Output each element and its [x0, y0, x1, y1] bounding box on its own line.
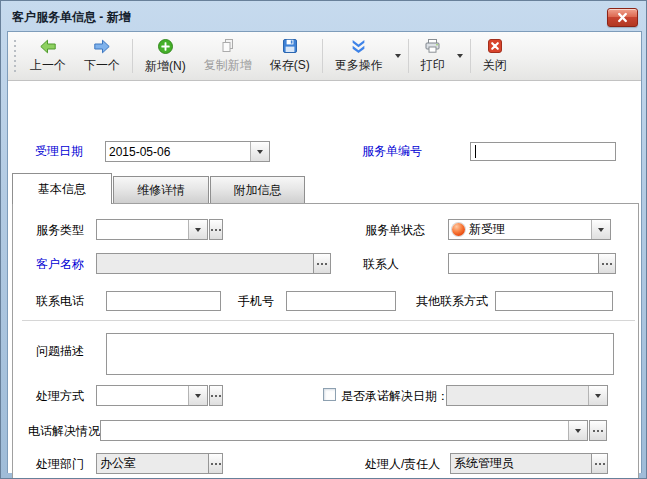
handle-method-dropdown-button[interactable]	[188, 386, 207, 405]
phone-resolution-combobox[interactable]	[100, 420, 588, 441]
floppy-disk-icon	[282, 38, 298, 54]
contact-phone-label: 联系电话	[36, 294, 84, 309]
ellipsis-icon	[599, 463, 601, 465]
arrow-right-icon	[93, 39, 111, 54]
handler-value: 系统管理员	[451, 454, 591, 473]
copy-new-button-label: 复制新增	[204, 57, 252, 74]
customer-name-browse-button[interactable]	[313, 253, 331, 274]
other-contact-input[interactable]	[495, 291, 613, 311]
phone-resolution-label: 电话解决情况	[28, 424, 100, 439]
promise-date-dropdown-button[interactable]	[588, 386, 607, 405]
contact-person-input[interactable]	[449, 254, 598, 273]
chevron-down-icon	[457, 54, 463, 58]
phone-resolution-value	[101, 421, 568, 440]
phone-resolution-dropdown-button[interactable]	[568, 421, 587, 440]
service-type-combobox[interactable]	[96, 219, 208, 240]
order-number-field[interactable]	[470, 142, 616, 161]
handler-browse-button[interactable]	[591, 453, 608, 474]
department-value: 办公室	[97, 454, 208, 473]
status-combobox[interactable]: 新受理	[448, 219, 611, 240]
ellipsis-icon	[606, 263, 608, 265]
chevron-down-icon	[575, 429, 581, 433]
ellipsis-icon	[215, 395, 217, 397]
status-value: 新受理	[469, 221, 505, 238]
dialog-client-area: 上一个 下一个 新增(N) 复制新增	[7, 31, 642, 473]
window-title: 客户服务单信息 - 新增	[12, 9, 131, 26]
chevron-down-icon	[257, 150, 263, 154]
chevron-down-icon	[395, 54, 401, 58]
mobile-input[interactable]	[286, 291, 396, 311]
promise-date-checkbox[interactable]	[323, 388, 336, 401]
handler-label: 处理人/责任人	[365, 457, 440, 472]
orange-ball-icon	[452, 223, 465, 236]
toolbar-separator	[470, 39, 471, 73]
close-icon	[616, 9, 629, 27]
toolbar-separator	[132, 39, 133, 73]
window-close-button[interactable]	[607, 8, 638, 27]
new-button[interactable]: 新增(N)	[136, 34, 195, 78]
more-actions-button-label: 更多操作	[335, 57, 383, 74]
double-chevron-down-icon	[350, 39, 367, 54]
title-bar[interactable]: 客户服务单信息 - 新增	[1, 1, 646, 31]
save-button[interactable]: 保存(S)	[261, 34, 319, 78]
service-type-browse-button[interactable]	[209, 219, 223, 240]
problem-description-textarea[interactable]	[106, 333, 614, 375]
handler-field[interactable]: 系统管理员	[450, 453, 592, 474]
chevron-down-icon	[598, 228, 604, 232]
handle-method-browse-button[interactable]	[209, 385, 223, 406]
close-dialog-button[interactable]: 关闭	[474, 34, 516, 78]
accept-date-dropdown-button[interactable]	[250, 142, 269, 161]
next-button-label: 下一个	[84, 57, 120, 74]
toolbar-separator	[408, 39, 409, 73]
handle-method-label: 处理方式	[36, 389, 84, 404]
text-caret	[475, 145, 476, 158]
status-dropdown-button[interactable]	[591, 220, 610, 239]
chevron-down-icon	[195, 394, 201, 398]
more-actions-button[interactable]: 更多操作	[326, 34, 392, 78]
service-type-value	[97, 220, 188, 239]
status-label: 服务单状态	[365, 223, 425, 238]
plus-circle-icon	[157, 38, 174, 55]
service-type-dropdown-button[interactable]	[188, 220, 207, 239]
tab-additional-info[interactable]: 附加信息	[210, 176, 305, 204]
more-actions-dropdown-arrow[interactable]	[392, 34, 405, 78]
section-divider	[22, 320, 635, 321]
red-x-icon	[487, 38, 503, 54]
previous-button[interactable]: 上一个	[21, 34, 75, 78]
accept-date-combobox[interactable]: 2015-05-06	[105, 141, 270, 162]
promise-date-value	[447, 386, 588, 405]
department-field[interactable]: 办公室	[96, 453, 209, 474]
handle-method-value	[97, 386, 188, 405]
tab-basic-info[interactable]: 基本信息	[12, 173, 112, 204]
form-area: 受理日期 2015-05-06 服务单编号 基本信息 维修详情 附加信息	[8, 82, 641, 473]
ellipsis-icon	[321, 263, 323, 265]
order-number-input[interactable]	[471, 143, 615, 160]
phone-resolution-browse-button[interactable]	[589, 420, 607, 441]
promise-date-combobox[interactable]	[446, 385, 608, 406]
accept-date-label: 受理日期	[35, 144, 83, 159]
toolbar-grip-handle[interactable]	[13, 40, 17, 72]
next-button[interactable]: 下一个	[75, 34, 129, 78]
handle-method-combobox[interactable]	[96, 385, 208, 406]
promise-date-label: 是否承诺解决日期：	[341, 389, 449, 404]
mobile-label: 手机号	[238, 294, 274, 309]
order-number-label: 服务单编号	[362, 144, 422, 159]
accept-date-value: 2015-05-06	[106, 142, 250, 161]
print-button[interactable]: 打印	[412, 34, 454, 78]
contact-person-browse-button[interactable]	[598, 253, 616, 274]
basic-info-panel: 服务类型 服务单状态 新受理 客户名称	[12, 203, 639, 479]
tab-additional-info-label: 附加信息	[234, 182, 282, 199]
new-button-label: 新增(N)	[145, 58, 186, 75]
department-browse-button[interactable]	[208, 453, 223, 474]
close-dialog-button-label: 关闭	[483, 57, 507, 74]
copy-new-button[interactable]: 复制新增	[195, 34, 261, 78]
contact-phone-input[interactable]	[106, 291, 221, 311]
service-type-label: 服务类型	[36, 223, 84, 238]
contact-person-field[interactable]	[448, 253, 599, 274]
print-dropdown-arrow[interactable]	[454, 34, 467, 78]
customer-name-label: 客户名称	[36, 257, 84, 272]
tab-repair-details[interactable]: 维修详情	[113, 176, 209, 204]
toolbar-separator	[322, 39, 323, 73]
customer-name-field[interactable]	[96, 253, 314, 274]
tab-repair-details-label: 维修详情	[137, 182, 185, 199]
